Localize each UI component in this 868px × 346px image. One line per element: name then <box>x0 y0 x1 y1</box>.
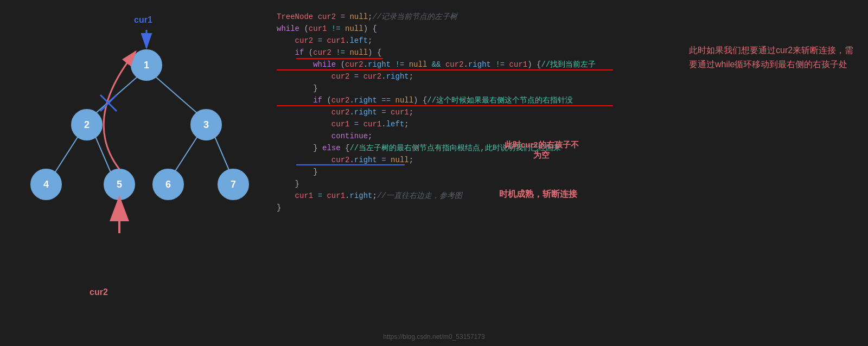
tree-panel: cur1 1 2 3 4 5 6 7 <box>0 0 271 346</box>
code-panel: TreeNode cur2 = null;//记录当前节点的左子树 while … <box>271 0 678 346</box>
mid-annotation: 此时cur2的右孩子不 为空 <box>505 140 579 161</box>
svg-line-5 <box>214 136 231 174</box>
svg-line-2 <box>54 136 79 174</box>
svg-text:3: 3 <box>203 119 209 130</box>
cut-annotation: 时机成熟，斩断连接 <box>499 189 577 200</box>
svg-line-1 <box>155 76 198 114</box>
svg-text:6: 6 <box>165 179 171 190</box>
code-line-8: cur2.right = cur1; <box>277 106 673 118</box>
code-line-6: } <box>277 82 673 94</box>
code-line-13: } <box>277 166 673 178</box>
svg-line-3 <box>95 136 111 174</box>
cur2-label: cur2 <box>90 287 108 297</box>
code-line-10: continue; <box>277 130 673 142</box>
code-line-2: cur2 = cur1.left; <box>277 35 673 47</box>
code-line-9: cur1 = cur1.left; <box>277 118 673 130</box>
watermark: https://blog.csdn.net/m0_53157173 <box>0 333 868 341</box>
svg-text:1: 1 <box>144 60 149 71</box>
code-line-1: while (cur1 != null) { <box>277 23 673 35</box>
code-line-14: } <box>277 178 673 190</box>
code-line-4: while (cur2.right != null && cur2.right … <box>277 59 673 71</box>
tree-diagram: 1 2 3 4 5 6 7 <box>0 0 271 304</box>
right-annotation: 此时如果我们想要通过cur2来斩断连接，需要通过while循环移动到最右侧的右孩… <box>689 43 857 71</box>
svg-text:7: 7 <box>231 179 236 190</box>
svg-line-4 <box>174 136 198 174</box>
code-line-16: } <box>277 202 673 214</box>
code-line-3: if (cur2 != null) { <box>277 47 673 59</box>
code-line-0: TreeNode cur2 = null;//记录当前节点的左子树 <box>277 11 673 23</box>
svg-text:5: 5 <box>117 179 122 190</box>
svg-text:4: 4 <box>43 179 49 190</box>
code-line-15: cur1 = cur1.right;//一直往右边走，参考图 <box>277 190 673 202</box>
code-line-5: cur2 = cur2.right; <box>277 71 673 82</box>
code-line-11: } else {//当左子树的最右侧节点有指向根结点,此时说明我们已经回来 <box>277 142 673 154</box>
code-line-7: if (cur2.right == null) {//这个时候如果最右侧这个节点… <box>277 94 673 106</box>
right-panel: 此时如果我们想要通过cur2来斩断连接，需要通过while循环移动到最右侧的右孩… <box>678 0 868 346</box>
svg-text:2: 2 <box>84 119 90 130</box>
